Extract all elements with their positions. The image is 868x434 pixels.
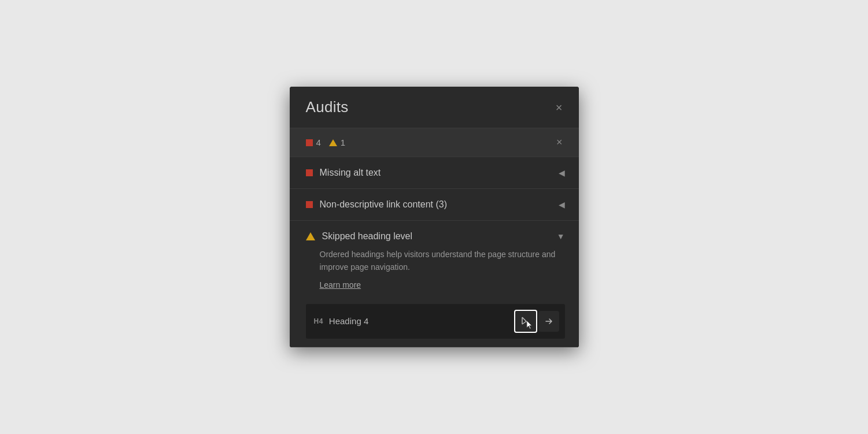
learn-more-link[interactable]: Learn more [320,280,361,290]
navigate-element-button[interactable] [538,311,559,332]
heading-actions [514,310,559,333]
warning-triangle-icon [306,232,315,240]
warning-icon [329,139,337,146]
chevron-left-icon: ◀ [559,200,565,209]
chevron-down-icon: ▼ [557,232,565,241]
audit-item-non-descriptive-link[interactable]: Non-descriptive link content (3) ◀ [290,189,579,221]
summary-dismiss-button[interactable]: × [554,134,565,151]
audit-item-left: Non-descriptive link content (3) [306,199,448,210]
panel-title: Audits [306,98,349,116]
panel-close-button[interactable]: × [553,99,565,116]
audit-item-missing-alt[interactable]: Missing alt text ◀ [290,157,579,189]
chevron-left-icon: ◀ [559,168,565,177]
panel-header: Audits × [290,87,579,128]
audit-item-left: Missing alt text [306,168,381,178]
error-icon [306,169,313,176]
error-count: 4 [316,138,321,147]
summary-counts: 4 1 [306,138,346,147]
heading-label: H4 Heading 4 [314,316,369,326]
audits-panel: Audits × 4 1 × Missing alt text ◀ [290,87,579,347]
audit-item-skipped-heading: Skipped heading level ▼ Ordered headings… [290,221,579,347]
arrow-right-icon [544,317,553,326]
audit-item-label: Skipped heading level [322,231,413,242]
error-icon [306,139,313,146]
audit-description: Ordered headings help visitors understan… [320,248,565,273]
summary-bar: 4 1 × [290,128,579,157]
audit-list: Missing alt text ◀ Non-descriptive link … [290,157,579,347]
audit-item-label: Missing alt text [320,168,381,178]
heading-text: Heading 4 [329,316,368,326]
audit-item-row-skipped-heading[interactable]: Skipped heading level ▼ [290,221,579,248]
heading-tag: H4 [314,317,323,325]
audit-expanded-content: Ordered headings help visitors understan… [290,248,579,298]
error-icon [306,201,313,208]
warning-count: 1 [341,138,345,147]
mouse-cursor-icon [526,320,535,331]
error-count-item: 4 [306,138,321,147]
audit-item-left: Skipped heading level [306,231,413,242]
warning-count-item: 1 [329,138,345,147]
select-element-button[interactable] [514,310,537,333]
heading-item-row: H4 Heading 4 [306,304,565,339]
audit-item-label: Non-descriptive link content (3) [320,199,448,210]
